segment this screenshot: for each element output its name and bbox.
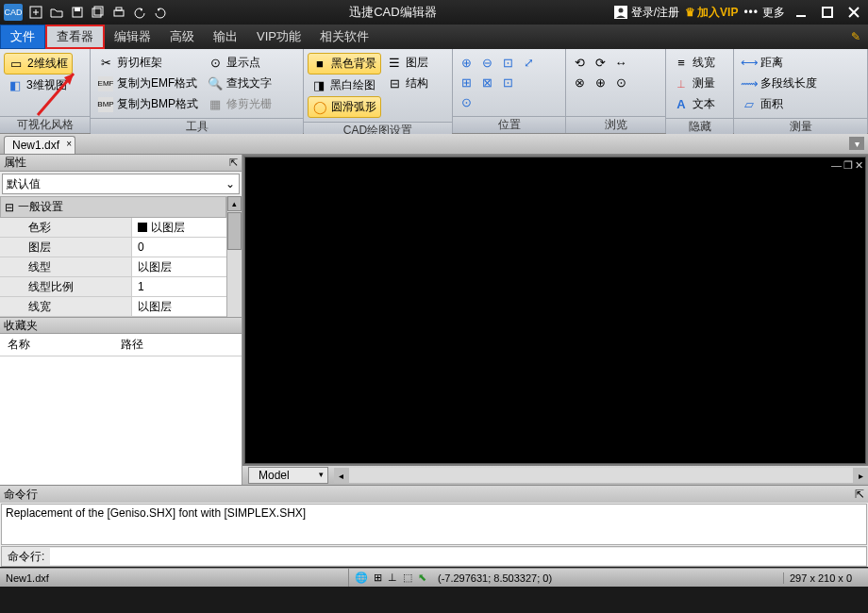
vip-link[interactable]: ♛加入VIP (685, 5, 738, 21)
polyline-length-button[interactable]: ⟿多段线长度 (738, 74, 821, 93)
wireframe-2d-button[interactable]: ▭2维线框 (4, 53, 73, 75)
new-icon[interactable] (26, 3, 45, 22)
menu-viewer[interactable]: 查看器 (45, 25, 105, 49)
props-section-general[interactable]: ⊟一般设置 (0, 196, 226, 218)
lineweight-button[interactable]: ≡线宽 (670, 53, 719, 73)
measure-button[interactable]: ⟂测量 (670, 74, 719, 93)
pen-icon[interactable]: ✎ (851, 30, 860, 43)
text-button[interactable]: A文本 (670, 94, 719, 114)
zoom-prev-icon[interactable]: ⊞ (459, 75, 474, 90)
zoom-in-icon[interactable]: ⊕ (459, 55, 474, 70)
vp-restore-icon[interactable]: ❐ (843, 159, 853, 172)
app-logo: CAD (4, 4, 23, 21)
titlebar: CAD 迅捷CAD编辑器 登录/注册 ♛加入VIP •••更多 (0, 0, 868, 25)
undo-icon[interactable] (130, 3, 149, 22)
tab-close-icon[interactable]: × (66, 139, 72, 149)
pan-up-icon[interactable]: ↔ (613, 55, 628, 70)
zoom-out-icon[interactable]: ⊖ (479, 55, 494, 70)
document-tabstrip: New1.dxf × ▾ (0, 134, 868, 155)
redo-icon[interactable] (151, 3, 170, 22)
horizontal-scrollbar[interactable]: ◂ ▸ (334, 468, 868, 483)
clip-frame-button[interactable]: ✂剪切框架 (94, 53, 202, 73)
save-icon[interactable] (68, 3, 87, 22)
pan-right-icon[interactable]: ⟳ (593, 55, 608, 70)
distance-icon: ⟷ (742, 56, 757, 71)
more-link[interactable]: •••更多 (743, 5, 785, 21)
trim-icon: ▦ (208, 97, 223, 112)
orbit-icon[interactable]: ⊗ (572, 75, 587, 90)
pin-icon[interactable]: ⇱ (855, 488, 864, 501)
menu-related[interactable]: 相关软件 (310, 25, 378, 49)
zoom-all-icon[interactable]: ⊠ (479, 75, 494, 90)
view-3d-button[interactable]: ◧3维视图 (4, 75, 73, 95)
login-link[interactable]: 登录/注册 (614, 5, 679, 21)
svg-rect-6 (94, 7, 103, 15)
copy-emf-button[interactable]: EMF复制为EMF格式 (94, 74, 202, 93)
properties-scrollbar[interactable]: ▴ (226, 196, 242, 317)
prop-row-lineweight[interactable]: 线宽以图层 (0, 297, 226, 317)
arc-icon: ◯ (312, 100, 327, 115)
vp-minimize-icon[interactable]: — (831, 159, 842, 172)
prop-row-linetype[interactable]: 线型以图层 (0, 257, 226, 277)
area-button[interactable]: ▱面积 (738, 94, 821, 114)
menu-vip[interactable]: VIP功能 (247, 25, 310, 49)
drawing-canvas[interactable]: — ❐ ✕ (244, 157, 866, 464)
scroll-right-icon[interactable]: ▸ (853, 468, 868, 483)
properties-select[interactable]: 默认值 ⌄ (2, 174, 240, 194)
model-tabstrip: Model ▾ ◂ ▸ (242, 466, 868, 485)
open-icon[interactable] (47, 3, 66, 22)
search-icon: 🔍 (208, 76, 223, 91)
layers-icon: ☰ (387, 56, 402, 71)
status-globe-icon[interactable]: 🌐 (355, 572, 368, 584)
document-tab[interactable]: New1.dxf × (4, 136, 75, 154)
zoom-window-icon[interactable]: ⊡ (500, 55, 515, 70)
menu-advanced[interactable]: 高级 (160, 25, 204, 49)
zoom-extents-icon[interactable]: ⤢ (521, 55, 536, 70)
pin-icon[interactable]: ⇱ (229, 157, 238, 169)
svg-rect-5 (92, 8, 101, 17)
show-points-button[interactable]: ⊙显示点 (204, 53, 275, 73)
favorites-header: 收藏夹 (0, 317, 242, 334)
status-snap-icon[interactable]: ⊥ (388, 572, 397, 584)
prop-row-layer[interactable]: 图层0 (0, 238, 226, 257)
zoom-center-icon[interactable]: ⊙ (459, 94, 474, 109)
copy-bmp-button[interactable]: BMP复制为BMP格式 (94, 94, 202, 114)
distance-button[interactable]: ⟷距离 (738, 53, 821, 73)
crown-icon: ♛ (685, 6, 695, 19)
status-cursor-icon[interactable]: ⬉ (418, 572, 426, 584)
menu-file[interactable]: 文件 (0, 25, 45, 49)
point-icon: ⊙ (208, 56, 223, 71)
close-button[interactable] (843, 2, 864, 23)
zoom-scale-icon[interactable]: ⊡ (500, 75, 515, 90)
rotate-icon[interactable]: ⊕ (593, 75, 608, 90)
model-tab[interactable]: Model ▾ (248, 467, 328, 484)
layers-button[interactable]: ☰图层 (383, 53, 432, 73)
command-input[interactable] (50, 548, 866, 565)
svg-rect-8 (116, 8, 122, 10)
smooth-arc-button[interactable]: ◯圆滑弧形 (308, 96, 381, 118)
find-text-button[interactable]: 🔍查找文字 (204, 74, 275, 93)
status-grid-icon[interactable]: ⊞ (374, 572, 382, 584)
print-icon[interactable] (109, 3, 128, 22)
chevron-down-icon[interactable]: ▾ (319, 470, 324, 479)
prop-row-ltscale[interactable]: 线型比例1 (0, 277, 226, 297)
fav-col-path[interactable]: 路径 (113, 334, 151, 356)
fav-col-name[interactable]: 名称 (0, 334, 113, 356)
maximize-button[interactable] (817, 2, 838, 23)
scroll-left-icon[interactable]: ◂ (334, 468, 349, 483)
trim-raster-button[interactable]: ▦修剪光栅 (204, 94, 275, 114)
vp-close-icon[interactable]: ✕ (855, 159, 863, 172)
structure-button[interactable]: ⊟结构 (383, 74, 432, 93)
saveall-icon[interactable] (89, 3, 108, 22)
bw-draw-button[interactable]: ◨黑白绘图 (308, 75, 381, 95)
minimize-button[interactable] (791, 2, 811, 23)
status-ortho-icon[interactable]: ⬚ (403, 572, 412, 584)
view-icon[interactable]: ⊙ (613, 75, 628, 90)
menu-output[interactable]: 输出 (204, 25, 247, 49)
cube-icon: ◧ (8, 78, 23, 93)
prop-row-color[interactable]: 色彩以图层 (0, 218, 226, 238)
black-bg-button[interactable]: ■黑色背景 (308, 53, 381, 75)
tab-dropdown-icon[interactable]: ▾ (849, 137, 864, 150)
pan-left-icon[interactable]: ⟲ (572, 55, 587, 70)
menu-editor[interactable]: 编辑器 (105, 25, 160, 49)
